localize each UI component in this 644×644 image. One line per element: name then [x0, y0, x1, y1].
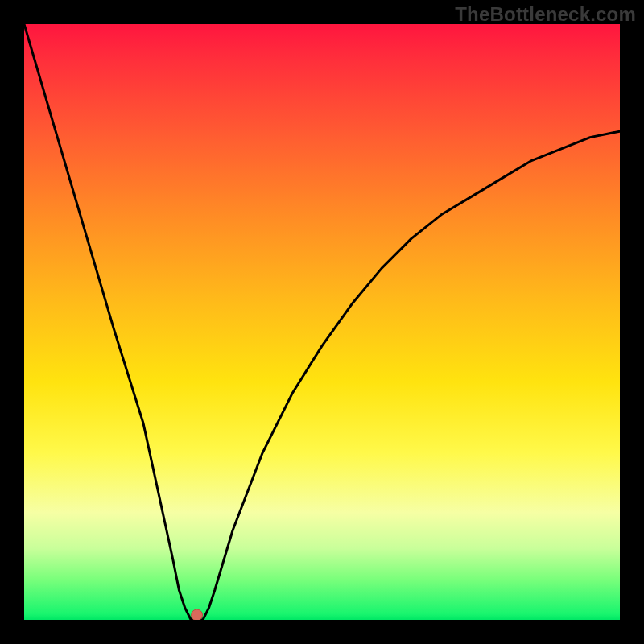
chart-frame: TheBottleneck.com — [0, 0, 644, 644]
current-point-marker — [192, 609, 203, 620]
bottleneck-curve-path — [24, 24, 620, 620]
plot-area — [24, 24, 620, 620]
watermark-text: TheBottleneck.com — [455, 3, 636, 26]
curve-svg — [24, 24, 620, 620]
